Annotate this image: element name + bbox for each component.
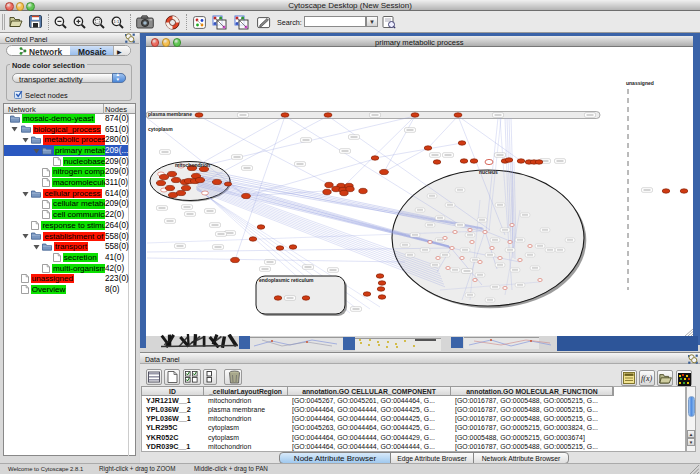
svg-text:mitochondrion: mitochondrion <box>175 162 210 168</box>
svg-text:1:1: 1:1 <box>114 19 120 24</box>
svg-text:plasma membrane: plasma membrane <box>148 111 192 117</box>
svg-text:nucleus: nucleus <box>479 169 498 175</box>
svg-text:endoplasmic reticulum: endoplasmic reticulum <box>259 277 314 283</box>
svg-text:cytoplasm: cytoplasm <box>148 126 173 132</box>
svg-text:unassigned: unassigned <box>626 80 654 86</box>
